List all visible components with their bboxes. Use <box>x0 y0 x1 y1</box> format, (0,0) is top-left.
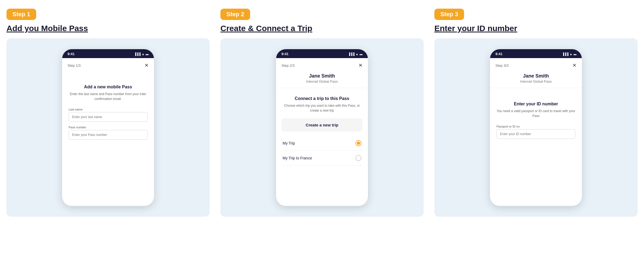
step-1-form-desc: Enter the last name and Pass number from… <box>69 92 147 101</box>
columns-container: Step 1 Add you Mobile Pass 9:41 ▐▐▐ ▲ ▬ … <box>6 9 638 217</box>
step-1-indicator: Step 1/3 <box>68 63 81 68</box>
wifi-icon: ▲ <box>355 52 358 56</box>
step-3-title: Enter your ID number <box>434 24 638 33</box>
step-1-close-button[interactable]: ✕ <box>145 62 149 68</box>
signal-icon: ▐▐▐ <box>134 52 140 56</box>
step-1-column: Step 1 Add you Mobile Pass 9:41 ▐▐▐ ▲ ▬ … <box>6 9 210 217</box>
step-3-content: Step 3/3 ✕ Jane Smith Interrail Global P… <box>490 58 582 206</box>
step-3-id-section: Enter your ID number You need a valid pa… <box>490 88 582 206</box>
trip-1-radio[interactable] <box>355 140 361 146</box>
trip-item-2[interactable]: My Trip to France <box>281 151 363 166</box>
last-name-input[interactable] <box>69 112 147 122</box>
step-1-content: Step 1/3 ✕ Add a new mobile Pass Enter t… <box>62 58 154 206</box>
pass-number-input[interactable] <box>69 130 147 140</box>
signal-icon: ▐▐▐ <box>562 52 568 56</box>
step-3-pass-type: Interrail Global Pass <box>495 79 576 83</box>
id-number-input[interactable] <box>497 129 575 139</box>
step-1-phone: 9:41 ▐▐▐ ▲ ▬ Step 1/3 ✕ Add a new mobile… <box>62 49 154 206</box>
step-2-status-bar: 9:41 ▐▐▐ ▲ ▬ <box>276 49 368 58</box>
step-2-connect-section: Connect a trip to this Pass Choose which… <box>276 88 368 206</box>
wifi-icon: ▲ <box>142 52 145 56</box>
step-3-id-desc: You need a valid passport or ID card to … <box>497 109 575 118</box>
step-1-title: Add you Mobile Pass <box>6 24 210 33</box>
step-3-id-title: Enter your ID number <box>514 102 558 106</box>
step-2-column: Step 2 Create & Connect a Trip 9:41 ▐▐▐ … <box>220 9 424 217</box>
wifi-icon: ▲ <box>569 52 572 56</box>
step-3-modal-header: Step 3/3 ✕ <box>490 58 582 71</box>
step-2-pass-type: Interrail Global Pass <box>281 79 363 83</box>
pass-number-field-group: Pass number <box>69 126 147 140</box>
step-3-phone: 9:41 ▐▐▐ ▲ ▬ Step 3/3 ✕ Jane Smith Inter… <box>490 49 582 206</box>
trip-2-name: My Trip to France <box>283 156 312 160</box>
trip-1-name: My Trip <box>283 141 295 145</box>
last-name-field-group: Last name <box>69 108 147 122</box>
step-2-time: 9:41 <box>281 52 289 56</box>
step-3-status-icons: ▐▐▐ ▲ ▬ <box>562 52 576 56</box>
step-1-status-icons: ▐▐▐ ▲ ▬ <box>134 52 149 56</box>
step-2-phone: 9:41 ▐▐▐ ▲ ▬ Step 2/3 ✕ Jane Smith Inter… <box>276 49 368 206</box>
step-3-column: Step 3 Enter your ID number 9:41 ▐▐▐ ▲ ▬… <box>434 9 638 217</box>
step-2-badge: Step 2 <box>220 9 250 20</box>
step-3-close-button[interactable]: ✕ <box>572 62 576 68</box>
step-2-status-icons: ▐▐▐ ▲ ▬ <box>348 52 363 56</box>
step-2-connect-title: Connect a trip to this Pass <box>295 96 349 101</box>
trip-list: My Trip My Trip to France <box>281 136 363 166</box>
step-2-close-button[interactable]: ✕ <box>358 62 363 68</box>
step-2-phone-wrapper: 9:41 ▐▐▐ ▲ ▬ Step 2/3 ✕ Jane Smith Inter… <box>220 38 424 217</box>
id-field-label: Passport or ID no <box>497 125 575 128</box>
step-1-form-title: Add a new mobile Pass <box>84 85 132 89</box>
step-1-form-section: Add a new mobile Pass Enter the last nam… <box>62 71 154 206</box>
battery-icon: ▬ <box>360 52 363 56</box>
step-1-phone-wrapper: 9:41 ▐▐▐ ▲ ▬ Step 1/3 ✕ Add a new mobile… <box>6 38 210 217</box>
step-2-pass-name: Jane Smith <box>281 73 363 79</box>
trip-item-1[interactable]: My Trip <box>281 136 363 151</box>
battery-icon: ▬ <box>146 52 149 56</box>
pass-number-label: Pass number <box>69 126 147 129</box>
step-2-connect-desc: Choose which trip you want to take with … <box>281 103 363 113</box>
step-3-time: 9:41 <box>495 52 502 56</box>
battery-icon: ▬ <box>573 52 576 56</box>
step-1-modal-header: Step 1/3 ✕ <box>62 58 154 71</box>
step-3-indicator: Step 3/3 <box>495 63 508 68</box>
step-2-indicator: Step 2/3 <box>281 63 294 68</box>
step-3-pass-info: Jane Smith Interrail Global Pass <box>490 71 582 88</box>
step-3-badge: Step 3 <box>434 9 464 20</box>
step-3-pass-name: Jane Smith <box>495 73 576 79</box>
signal-icon: ▐▐▐ <box>348 52 354 56</box>
step-1-badge: Step 1 <box>6 9 36 20</box>
step-2-content: Step 2/3 ✕ Jane Smith Interrail Global P… <box>276 58 368 206</box>
id-field-group: Passport or ID no <box>497 125 575 139</box>
step-3-phone-wrapper: 9:41 ▐▐▐ ▲ ▬ Step 3/3 ✕ Jane Smith Inter… <box>434 38 638 217</box>
step-1-status-bar: 9:41 ▐▐▐ ▲ ▬ <box>62 49 154 58</box>
step-1-time: 9:41 <box>68 52 75 56</box>
trip-2-radio[interactable] <box>355 155 361 161</box>
step-3-status-bar: 9:41 ▐▐▐ ▲ ▬ <box>490 49 582 58</box>
step-2-modal-header: Step 2/3 ✕ <box>276 58 368 71</box>
create-trip-button[interactable]: Create a new trip <box>281 118 363 132</box>
step-2-title: Create & Connect a Trip <box>220 24 424 33</box>
step-2-pass-info: Jane Smith Interrail Global Pass <box>276 71 368 88</box>
last-name-label: Last name <box>69 108 147 111</box>
